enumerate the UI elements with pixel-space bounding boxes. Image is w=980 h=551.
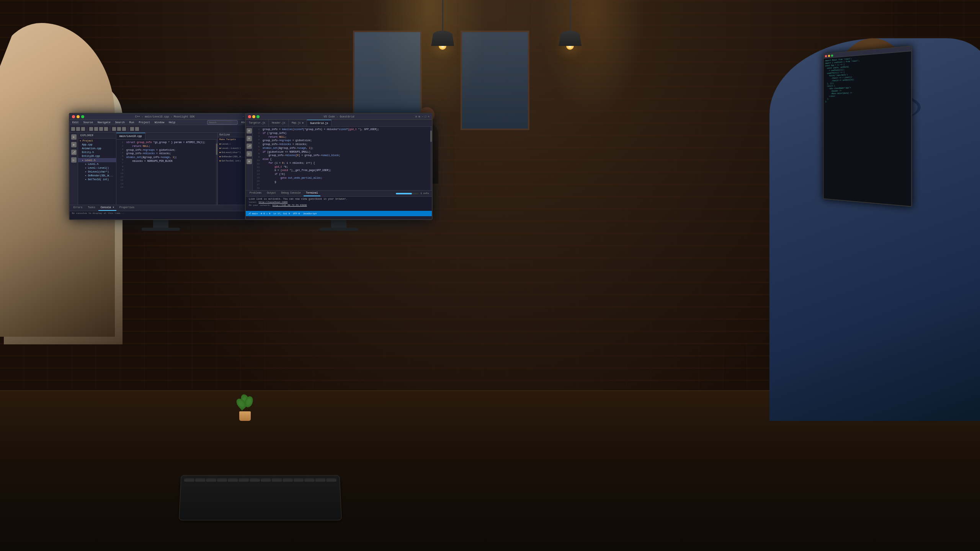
code-line-9: if (gidsetsize <= NGROUPS_SMALL) <box>263 150 429 154</box>
left-editor-tabs: main/LevelD.cpp <box>116 133 217 140</box>
window-maximize-btn[interactable] <box>831 54 833 57</box>
code-line-11: else { <box>263 158 429 161</box>
right-layout-icon[interactable]: ⊞ <box>418 115 420 118</box>
key <box>261 478 271 481</box>
stop-icon[interactable] <box>104 127 108 131</box>
left-code-content[interactable]: struct group_info *gi_group * } param = … <box>125 140 216 205</box>
network-url[interactable]: http://192.60.72.55.93000 <box>273 204 307 207</box>
code-line: struct group_info *gi_group * } param = … <box>126 141 214 145</box>
keyboard <box>179 475 342 520</box>
monitor-left: C++ - main/LevelD.cpp - Moonlight SDK − … <box>69 113 253 231</box>
terminal-tab[interactable]: Terminal <box>304 191 320 196</box>
level-h-item[interactable]: • Level.h <box>78 162 116 166</box>
search-icon[interactable]: ⊕ <box>71 142 77 147</box>
properties-tab[interactable]: Properties <box>117 205 137 211</box>
entity2d-cpp-file[interactable]: Entity2D.cpp <box>78 154 116 158</box>
monitor-right-base <box>320 228 358 231</box>
code-line-10: group_info->blocks[0] = group_info->smal… <box>263 154 429 158</box>
right-search-icon[interactable]: ⊘ <box>247 136 252 141</box>
right-minimize-btn[interactable]: − <box>421 115 423 118</box>
menu-navigate[interactable]: Navigate <box>96 121 112 124</box>
terminal-live-message: Live link is activate. You can now view … <box>249 198 429 201</box>
right-explorer-icon[interactable]: ⊕ <box>247 128 252 134</box>
menu-help[interactable]: Help <box>168 121 176 124</box>
back-icon[interactable] <box>112 127 116 131</box>
right-close-dot[interactable] <box>248 115 251 118</box>
window-minimize-btn[interactable] <box>828 55 830 57</box>
code-line-1: group_info = kmalloc(sizeof(*group_info)… <box>263 128 429 132</box>
guestgrid-tab[interactable]: GuestGrid.js <box>307 120 332 126</box>
debug-icon[interactable] <box>99 127 103 131</box>
onlevel-item[interactable]: • OnLevel(char*) <box>78 170 116 174</box>
app-cpp-file[interactable]: App.cpp <box>78 143 116 147</box>
right-maximize-btn[interactable]: □ <box>425 115 426 118</box>
output-tab[interactable]: Output <box>265 191 278 196</box>
right-titlebar: VS Code - GuestGrid ⊟ ⊞ − □ × <box>246 114 432 120</box>
line-num: 18 <box>253 186 260 190</box>
targetvr-tab[interactable]: Targetvr.js <box>246 120 269 126</box>
progress-label: 1 info <box>420 192 429 195</box>
close-dot[interactable] <box>72 115 75 118</box>
minimize-dot[interactable] <box>77 115 80 118</box>
right-close-btn[interactable]: × <box>428 115 430 118</box>
entity-h-file[interactable]: Entity.h <box>78 150 116 154</box>
right-bottom-tabs: Problems Output Debug Console Terminal 1… <box>246 191 432 197</box>
debug-console-tab[interactable]: Debug Console <box>279 191 303 196</box>
header-tab[interactable]: Header.js <box>269 120 289 126</box>
level-h-file[interactable]: ▾ Level.h <box>78 158 116 162</box>
onrender-item[interactable]: • OnRender(SDL_W... <box>78 174 116 178</box>
menu-window[interactable]: Window <box>154 121 165 124</box>
animation-cpp-file[interactable]: Animation.cpp <box>78 147 116 150</box>
right-scrollbar[interactable] <box>430 127 432 190</box>
menu-project[interactable]: Project <box>137 121 151 124</box>
right-minimize-dot[interactable] <box>252 115 255 118</box>
settings-icon[interactable] <box>135 127 139 131</box>
menu-run[interactable]: Run <box>128 121 136 124</box>
local-url[interactable]: http://localhost:3000 <box>259 201 288 204</box>
map-tab[interactable]: Map.js ● <box>289 120 307 126</box>
problems-tab[interactable]: Problems <box>247 191 264 196</box>
minimize-btn[interactable]: − <box>242 115 244 118</box>
right-sidebar-toggle[interactable]: ⊟ <box>415 115 417 118</box>
open-file-icon[interactable] <box>76 127 80 131</box>
monitor-left-screen: C++ - main/LevelD.cpp - Moonlight SDK − … <box>69 113 253 220</box>
git-sidebar-icon[interactable]: ⎇ <box>71 150 77 155</box>
line-num: 10 <box>253 159 260 162</box>
project-folder[interactable]: ▾ Project <box>78 139 116 143</box>
right-debug-icon[interactable]: ▷ <box>247 151 252 156</box>
run-icon[interactable] <box>94 127 98 131</box>
window-close-btn[interactable] <box>825 55 827 57</box>
line-num: 16 <box>253 179 260 183</box>
menu-edit[interactable]: Edit <box>71 121 80 124</box>
menu-search[interactable]: Search <box>114 121 126 124</box>
console-tab[interactable]: Console × <box>98 205 116 211</box>
right-maximize-dot[interactable] <box>256 115 260 118</box>
tasks-tab[interactable]: Tasks <box>85 205 98 211</box>
debug-sidebar-icon[interactable]: ▷ <box>71 157 77 163</box>
ide-right: VS Code - GuestGrid ⊟ ⊞ − □ × Targetvr.j… <box>246 114 432 219</box>
maximize-dot[interactable] <box>81 115 84 118</box>
errors-tab[interactable]: Errors <box>71 205 85 211</box>
right-git-icon[interactable]: ⎇ <box>247 143 252 149</box>
save-icon[interactable] <box>81 127 85 131</box>
forward-icon[interactable] <box>117 127 121 131</box>
line-num: 10 <box>116 172 123 175</box>
search-input[interactable] <box>207 120 238 125</box>
right-scrollbar-thumb[interactable] <box>430 130 432 142</box>
git-icon[interactable] <box>130 127 134 131</box>
new-file-icon[interactable] <box>71 127 75 131</box>
build-icon[interactable] <box>89 127 93 131</box>
menu-source[interactable]: Source <box>82 121 94 124</box>
gettexid-item[interactable]: • GetTexId( int) <box>78 178 116 181</box>
refresh-icon[interactable] <box>122 127 126 131</box>
desk-plant <box>234 390 256 421</box>
level-d-item[interactable]: • Level::Level() <box>78 166 116 170</box>
right-code-content[interactable]: group_info = kmalloc(sizeof(*group_info)… <box>261 127 430 190</box>
right-extensions-icon[interactable]: ⊞ <box>247 159 252 164</box>
right-window-dots <box>248 115 260 118</box>
explorer-icon[interactable]: ≡ <box>71 134 77 140</box>
monitor-background-right: import React from 'react'; import { useS… <box>823 46 912 207</box>
key <box>195 478 205 481</box>
line-num: 8 <box>116 165 123 168</box>
leveld-tab[interactable]: main/LevelD.cpp <box>116 133 145 139</box>
